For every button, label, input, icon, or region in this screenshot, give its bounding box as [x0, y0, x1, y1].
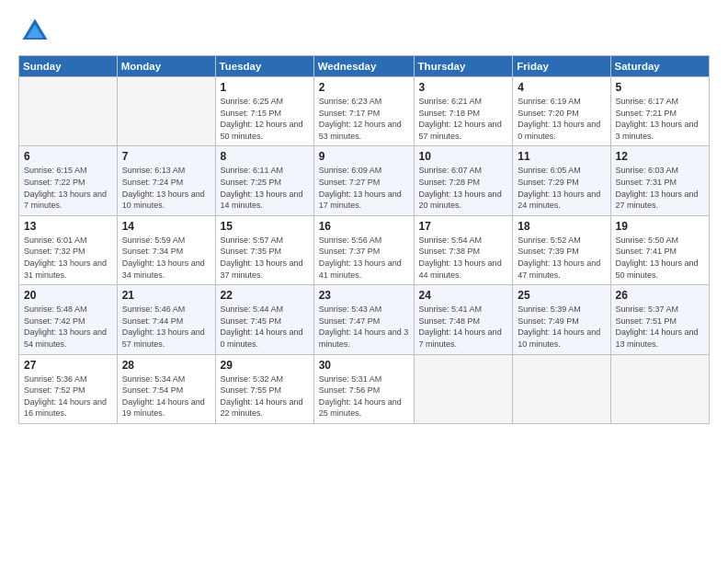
- day-number: 18: [518, 220, 605, 233]
- day-number: 22: [221, 289, 309, 302]
- day-number: 13: [24, 220, 112, 233]
- day-info: Sunrise: 5:31 AMSunset: 7:56 PMDaylight:…: [319, 373, 409, 419]
- calendar-week-3: 13Sunrise: 6:01 AMSunset: 7:32 PMDayligh…: [19, 215, 710, 284]
- calendar-cell: 13Sunrise: 6:01 AMSunset: 7:32 PMDayligh…: [19, 215, 118, 284]
- day-info: Sunrise: 5:57 AMSunset: 7:35 PMDaylight:…: [221, 235, 309, 281]
- day-info: Sunrise: 6:21 AMSunset: 7:18 PMDaylight:…: [419, 96, 508, 142]
- day-number: 15: [221, 220, 309, 233]
- calendar-cell: 21Sunrise: 5:46 AMSunset: 7:44 PMDayligh…: [117, 285, 215, 354]
- day-info: Sunrise: 6:25 AMSunset: 7:15 PMDaylight:…: [221, 96, 309, 142]
- day-number: 26: [616, 289, 705, 302]
- day-info: Sunrise: 5:36 AMSunset: 7:52 PMDaylight:…: [24, 373, 112, 419]
- calendar-cell: 14Sunrise: 5:59 AMSunset: 7:34 PMDayligh…: [117, 215, 215, 284]
- day-number: 19: [616, 220, 705, 233]
- day-info: Sunrise: 5:44 AMSunset: 7:45 PMDaylight:…: [221, 304, 309, 350]
- day-info: Sunrise: 6:23 AMSunset: 7:17 PMDaylight:…: [319, 96, 409, 142]
- calendar-cell: 29Sunrise: 5:32 AMSunset: 7:55 PMDayligh…: [215, 354, 313, 423]
- day-info: Sunrise: 5:48 AMSunset: 7:42 PMDaylight:…: [24, 304, 112, 350]
- day-info: Sunrise: 6:01 AMSunset: 7:32 PMDaylight:…: [24, 235, 112, 281]
- day-number: 4: [518, 81, 605, 94]
- calendar-week-5: 27Sunrise: 5:36 AMSunset: 7:52 PMDayligh…: [19, 354, 710, 423]
- weekday-header-row: SundayMondayTuesdayWednesdayThursdayFrid…: [19, 56, 710, 77]
- day-number: 21: [122, 289, 210, 302]
- day-info: Sunrise: 5:34 AMSunset: 7:54 PMDaylight:…: [122, 373, 210, 419]
- day-info: Sunrise: 6:11 AMSunset: 7:25 PMDaylight:…: [221, 165, 309, 211]
- day-number: 12: [616, 150, 705, 163]
- day-number: 1: [221, 81, 309, 94]
- calendar-cell: 19Sunrise: 5:50 AMSunset: 7:41 PMDayligh…: [610, 215, 710, 284]
- calendar-cell: 7Sunrise: 6:13 AMSunset: 7:24 PMDaylight…: [117, 146, 215, 215]
- calendar-cell: 16Sunrise: 5:56 AMSunset: 7:37 PMDayligh…: [313, 215, 414, 284]
- calendar-week-4: 20Sunrise: 5:48 AMSunset: 7:42 PMDayligh…: [19, 285, 710, 354]
- day-number: 24: [419, 289, 508, 302]
- calendar-cell: 15Sunrise: 5:57 AMSunset: 7:35 PMDayligh…: [215, 215, 313, 284]
- calendar-cell: 24Sunrise: 5:41 AMSunset: 7:48 PMDayligh…: [414, 285, 513, 354]
- day-info: Sunrise: 5:32 AMSunset: 7:55 PMDaylight:…: [221, 373, 309, 419]
- day-info: Sunrise: 5:50 AMSunset: 7:41 PMDaylight:…: [616, 235, 705, 281]
- day-info: Sunrise: 6:15 AMSunset: 7:22 PMDaylight:…: [24, 165, 112, 211]
- calendar-table: SundayMondayTuesdayWednesdayThursdayFrid…: [18, 55, 710, 424]
- day-number: 6: [24, 150, 112, 163]
- day-number: 27: [24, 359, 112, 372]
- day-info: Sunrise: 5:37 AMSunset: 7:51 PMDaylight:…: [616, 304, 705, 350]
- day-info: Sunrise: 5:56 AMSunset: 7:37 PMDaylight:…: [319, 235, 409, 281]
- calendar-cell: 2Sunrise: 6:23 AMSunset: 7:17 PMDaylight…: [313, 77, 414, 146]
- day-info: Sunrise: 5:54 AMSunset: 7:38 PMDaylight:…: [419, 235, 508, 281]
- day-number: 5: [616, 81, 705, 94]
- weekday-header-sunday: Sunday: [19, 56, 118, 77]
- calendar-cell: 18Sunrise: 5:52 AMSunset: 7:39 PMDayligh…: [513, 215, 610, 284]
- weekday-header-wednesday: Wednesday: [313, 56, 414, 77]
- calendar-cell: 17Sunrise: 5:54 AMSunset: 7:38 PMDayligh…: [414, 215, 513, 284]
- calendar-cell: [117, 77, 215, 146]
- day-number: 16: [319, 220, 409, 233]
- day-info: Sunrise: 5:46 AMSunset: 7:44 PMDaylight:…: [122, 304, 210, 350]
- day-number: 9: [319, 150, 409, 163]
- calendar-cell: [610, 354, 710, 423]
- day-info: Sunrise: 6:03 AMSunset: 7:31 PMDaylight:…: [616, 165, 705, 211]
- calendar-cell: 23Sunrise: 5:43 AMSunset: 7:47 PMDayligh…: [313, 285, 414, 354]
- calendar-week-2: 6Sunrise: 6:15 AMSunset: 7:22 PMDaylight…: [19, 146, 710, 215]
- weekday-header-friday: Friday: [513, 56, 610, 77]
- calendar-cell: 4Sunrise: 6:19 AMSunset: 7:20 PMDaylight…: [513, 77, 610, 146]
- day-info: Sunrise: 6:05 AMSunset: 7:29 PMDaylight:…: [518, 165, 605, 211]
- calendar-cell: 26Sunrise: 5:37 AMSunset: 7:51 PMDayligh…: [610, 285, 710, 354]
- day-info: Sunrise: 5:39 AMSunset: 7:49 PMDaylight:…: [518, 304, 605, 350]
- day-number: 23: [319, 289, 409, 302]
- day-number: 28: [122, 359, 210, 372]
- weekday-header-tuesday: Tuesday: [215, 56, 313, 77]
- day-number: 20: [24, 289, 112, 302]
- day-number: 3: [419, 81, 508, 94]
- day-number: 7: [122, 150, 210, 163]
- weekday-header-thursday: Thursday: [414, 56, 513, 77]
- calendar-cell: 25Sunrise: 5:39 AMSunset: 7:49 PMDayligh…: [513, 285, 610, 354]
- weekday-header-saturday: Saturday: [610, 56, 710, 77]
- day-number: 10: [419, 150, 508, 163]
- calendar-cell: 12Sunrise: 6:03 AMSunset: 7:31 PMDayligh…: [610, 146, 710, 215]
- day-number: 29: [221, 359, 309, 372]
- day-info: Sunrise: 5:59 AMSunset: 7:34 PMDaylight:…: [122, 235, 210, 281]
- calendar-cell: [513, 354, 610, 423]
- day-number: 11: [518, 150, 605, 163]
- calendar-cell: 20Sunrise: 5:48 AMSunset: 7:42 PMDayligh…: [19, 285, 118, 354]
- calendar-cell: 30Sunrise: 5:31 AMSunset: 7:56 PMDayligh…: [313, 354, 414, 423]
- day-info: Sunrise: 5:43 AMSunset: 7:47 PMDaylight:…: [319, 304, 409, 350]
- day-info: Sunrise: 6:19 AMSunset: 7:20 PMDaylight:…: [518, 96, 605, 142]
- calendar-cell: 6Sunrise: 6:15 AMSunset: 7:22 PMDaylight…: [19, 146, 118, 215]
- logo: [18, 15, 57, 48]
- header: [18, 15, 710, 48]
- calendar-cell: 1Sunrise: 6:25 AMSunset: 7:15 PMDaylight…: [215, 77, 313, 146]
- calendar-cell: 10Sunrise: 6:07 AMSunset: 7:28 PMDayligh…: [414, 146, 513, 215]
- calendar-cell: 5Sunrise: 6:17 AMSunset: 7:21 PMDaylight…: [610, 77, 710, 146]
- day-info: Sunrise: 6:07 AMSunset: 7:28 PMDaylight:…: [419, 165, 508, 211]
- calendar-cell: 28Sunrise: 5:34 AMSunset: 7:54 PMDayligh…: [117, 354, 215, 423]
- calendar-cell: 27Sunrise: 5:36 AMSunset: 7:52 PMDayligh…: [19, 354, 118, 423]
- calendar-cell: 22Sunrise: 5:44 AMSunset: 7:45 PMDayligh…: [215, 285, 313, 354]
- calendar-cell: 8Sunrise: 6:11 AMSunset: 7:25 PMDaylight…: [215, 146, 313, 215]
- day-info: Sunrise: 6:17 AMSunset: 7:21 PMDaylight:…: [616, 96, 705, 142]
- day-number: 14: [122, 220, 210, 233]
- calendar-cell: 11Sunrise: 6:05 AMSunset: 7:29 PMDayligh…: [513, 146, 610, 215]
- day-number: 30: [319, 359, 409, 372]
- calendar-cell: 3Sunrise: 6:21 AMSunset: 7:18 PMDaylight…: [414, 77, 513, 146]
- day-number: 2: [319, 81, 409, 94]
- logo-icon: [18, 15, 51, 48]
